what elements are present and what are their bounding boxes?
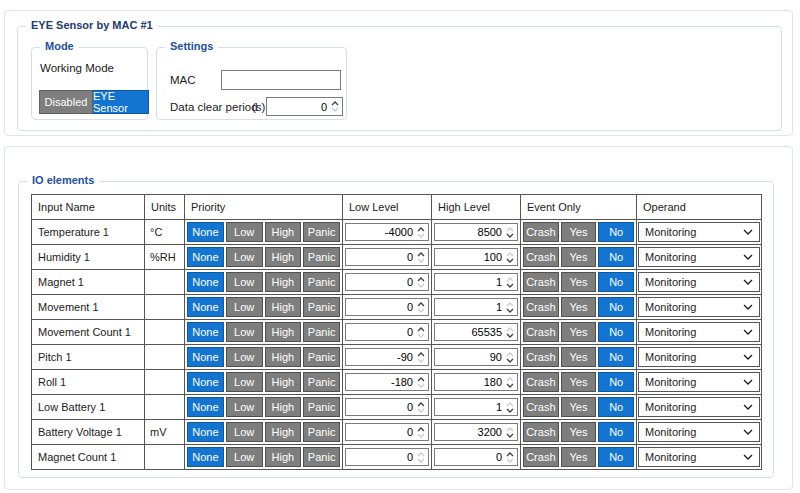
low-level-input[interactable] xyxy=(346,224,414,240)
event-only-option-yes[interactable]: Yes xyxy=(561,272,597,292)
priority-option-none[interactable]: None xyxy=(187,247,224,267)
high-level-input[interactable] xyxy=(435,399,503,415)
priority-option-high[interactable]: High xyxy=(265,272,302,292)
event-only-option-no[interactable]: No xyxy=(598,397,634,417)
event-only-option-crash[interactable]: Crash xyxy=(523,297,559,317)
spin-down-icon[interactable] xyxy=(417,283,425,288)
priority-option-low[interactable]: Low xyxy=(226,297,263,317)
high-level-input[interactable] xyxy=(435,349,503,365)
low-level-input[interactable] xyxy=(346,424,414,440)
spin-down-icon[interactable] xyxy=(417,458,425,463)
operand-select[interactable]: Monitoring xyxy=(638,422,760,442)
spin-down-icon[interactable] xyxy=(417,358,425,363)
spin-up-icon[interactable] xyxy=(506,302,514,307)
spin-up-icon[interactable] xyxy=(506,277,514,282)
spin-down-icon[interactable] xyxy=(506,458,514,463)
spin-up-icon[interactable] xyxy=(506,377,514,382)
data-clear-period-input[interactable] xyxy=(267,98,328,115)
mode-button-eye-sensor[interactable]: EYE Sensor xyxy=(93,90,149,114)
priority-option-high[interactable]: High xyxy=(265,397,302,417)
spin-down-icon[interactable] xyxy=(417,308,425,313)
priority-option-none[interactable]: None xyxy=(187,447,224,467)
event-only-option-yes[interactable]: Yes xyxy=(561,222,597,242)
event-only-option-yes[interactable]: Yes xyxy=(561,372,597,392)
spin-up-icon[interactable] xyxy=(506,227,514,232)
operand-select[interactable]: Monitoring xyxy=(638,272,760,292)
operand-select[interactable]: Monitoring xyxy=(638,397,760,417)
event-only-option-no[interactable]: No xyxy=(598,347,634,367)
high-level-input[interactable] xyxy=(435,224,503,240)
low-level-input[interactable] xyxy=(346,324,414,340)
priority-option-low[interactable]: Low xyxy=(226,247,263,267)
event-only-option-yes[interactable]: Yes xyxy=(561,397,597,417)
event-only-option-yes[interactable]: Yes xyxy=(561,322,597,342)
priority-option-low[interactable]: Low xyxy=(226,222,263,242)
spin-up-icon[interactable] xyxy=(417,252,425,257)
low-level-input[interactable] xyxy=(346,249,414,265)
priority-option-panic[interactable]: Panic xyxy=(303,397,340,417)
priority-option-low[interactable]: Low xyxy=(226,397,263,417)
spin-down-icon[interactable] xyxy=(331,107,339,112)
spin-up-icon[interactable] xyxy=(417,302,425,307)
priority-option-low[interactable]: Low xyxy=(226,322,263,342)
spin-up-icon[interactable] xyxy=(506,252,514,257)
spin-up-icon[interactable] xyxy=(417,227,425,232)
operand-select[interactable]: Monitoring xyxy=(638,447,760,467)
priority-option-panic[interactable]: Panic xyxy=(303,372,340,392)
high-level-input[interactable] xyxy=(435,249,503,265)
priority-option-panic[interactable]: Panic xyxy=(303,422,340,442)
priority-option-panic[interactable]: Panic xyxy=(303,297,340,317)
high-level-input[interactable] xyxy=(435,374,503,390)
priority-option-low[interactable]: Low xyxy=(226,422,263,442)
priority-option-panic[interactable]: Panic xyxy=(303,347,340,367)
spin-up-icon[interactable] xyxy=(417,402,425,407)
operand-select[interactable]: Monitoring xyxy=(638,297,760,317)
spin-down-icon[interactable] xyxy=(506,233,514,238)
spin-down-icon[interactable] xyxy=(506,358,514,363)
low-level-input[interactable] xyxy=(346,399,414,415)
priority-option-none[interactable]: None xyxy=(187,272,224,292)
priority-option-high[interactable]: High xyxy=(265,247,302,267)
priority-option-high[interactable]: High xyxy=(265,447,302,467)
event-only-option-crash[interactable]: Crash xyxy=(523,347,559,367)
spin-down-icon[interactable] xyxy=(506,283,514,288)
operand-select[interactable]: Monitoring xyxy=(638,347,760,367)
event-only-option-no[interactable]: No xyxy=(598,272,634,292)
event-only-option-no[interactable]: No xyxy=(598,247,634,267)
spin-up-icon[interactable] xyxy=(417,327,425,332)
priority-option-none[interactable]: None xyxy=(187,347,224,367)
operand-select[interactable]: Monitoring xyxy=(638,247,760,267)
spin-down-icon[interactable] xyxy=(417,258,425,263)
low-level-input[interactable] xyxy=(346,449,414,465)
spin-up-icon[interactable] xyxy=(417,452,425,457)
spin-up-icon[interactable] xyxy=(506,427,514,432)
spin-down-icon[interactable] xyxy=(506,333,514,338)
event-only-option-crash[interactable]: Crash xyxy=(523,447,559,467)
priority-option-high[interactable]: High xyxy=(265,322,302,342)
priority-option-panic[interactable]: Panic xyxy=(303,247,340,267)
spin-up-icon[interactable] xyxy=(417,352,425,357)
event-only-option-crash[interactable]: Crash xyxy=(523,372,559,392)
spin-down-icon[interactable] xyxy=(417,433,425,438)
spin-down-icon[interactable] xyxy=(417,333,425,338)
priority-option-panic[interactable]: Panic xyxy=(303,272,340,292)
priority-option-none[interactable]: None xyxy=(187,322,224,342)
spin-down-icon[interactable] xyxy=(417,383,425,388)
priority-option-low[interactable]: Low xyxy=(226,272,263,292)
high-level-input[interactable] xyxy=(435,274,503,290)
event-only-option-no[interactable]: No xyxy=(598,222,634,242)
spin-up-icon[interactable] xyxy=(417,427,425,432)
event-only-option-crash[interactable]: Crash xyxy=(523,272,559,292)
spin-up-icon[interactable] xyxy=(506,352,514,357)
spin-up-icon[interactable] xyxy=(417,277,425,282)
priority-option-none[interactable]: None xyxy=(187,222,224,242)
priority-option-high[interactable]: High xyxy=(265,347,302,367)
priority-option-low[interactable]: Low xyxy=(226,372,263,392)
spin-down-icon[interactable] xyxy=(417,408,425,413)
spin-up-icon[interactable] xyxy=(506,402,514,407)
event-only-option-no[interactable]: No xyxy=(598,447,634,467)
event-only-option-crash[interactable]: Crash xyxy=(523,322,559,342)
priority-option-panic[interactable]: Panic xyxy=(303,447,340,467)
event-only-option-yes[interactable]: Yes xyxy=(561,422,597,442)
spin-up-icon[interactable] xyxy=(506,452,514,457)
